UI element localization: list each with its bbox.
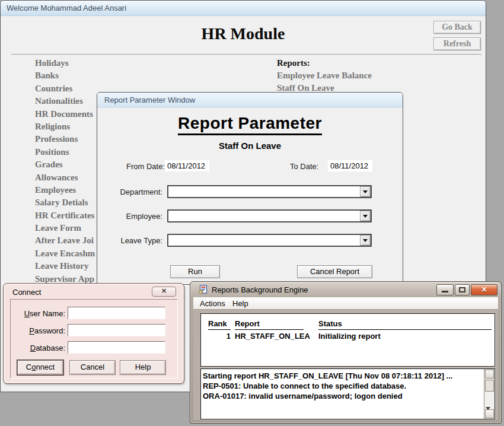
cancel-button[interactable]: Cancel	[69, 360, 116, 375]
connect-button[interactable]: Connect	[17, 360, 63, 375]
log-line: Starting report HR_STAFF_ON_LEAVE [Thu N…	[203, 371, 481, 381]
chevron-down-icon	[363, 190, 368, 193]
cancel-report-button[interactable]: Cancel Report	[297, 265, 372, 278]
from-date-label: From Date:	[126, 162, 165, 171]
report-parameter-window-title: Report Parameter Window	[104, 96, 195, 104]
sidebar-item-banks[interactable]: Banks	[35, 69, 130, 82]
sidebar-item-holidays[interactable]: Holidays	[35, 57, 130, 69]
password-field[interactable]	[68, 324, 165, 336]
page-title: HR Module	[1, 24, 486, 43]
connect-close-button[interactable]: ✕	[152, 287, 176, 297]
password-label: Password:	[11, 326, 65, 335]
close-icon: ✕	[161, 287, 167, 294]
report-link-employee-leave-balance[interactable]: Employee Leave Balance	[277, 69, 372, 82]
column-header-status: Status	[318, 319, 492, 330]
go-back-button[interactable]: Go Back	[433, 21, 481, 34]
job-row-rank[interactable]: 1	[208, 332, 231, 341]
reports-background-engine-window: Reports Background Engine ✕ Actions Help…	[190, 281, 502, 424]
report-parameter-subheading: Staff On Leave	[97, 141, 403, 151]
employee-value[interactable]	[168, 211, 359, 221]
employee-dropdown-button[interactable]	[360, 211, 371, 221]
leave-type-value[interactable]	[168, 235, 359, 246]
report-parameter-window: Report Parameter Window Report Parameter…	[97, 92, 403, 285]
connect-dialog-title: Connect	[12, 288, 41, 297]
user-name-label: User Name:	[11, 309, 65, 318]
report-parameter-heading: Report Parameter	[97, 114, 403, 135]
department-combobox[interactable]	[167, 185, 372, 198]
jobs-table-panel: Rank Report Status 1 HR_STAFF_ON_LEA Ini…	[200, 313, 495, 367]
engine-menubar: Actions Help	[193, 297, 498, 310]
reports-heading: Reports:	[277, 57, 372, 69]
database-label: Database:	[11, 344, 65, 352]
menu-help[interactable]: Help	[232, 299, 248, 308]
log-line: REP-0501: Unable to connect to the speci…	[203, 381, 481, 391]
scrollbar-thumb[interactable]	[485, 380, 494, 392]
connect-dialog: Connect ✕ User Name: Password: Database:…	[3, 283, 184, 384]
maximize-icon	[459, 287, 465, 293]
minimize-icon	[442, 291, 448, 293]
header-separator	[11, 54, 481, 55]
minimize-button[interactable]	[436, 284, 454, 295]
engine-titlebar[interactable]: Reports Background Engine	[198, 285, 308, 294]
run-button[interactable]: Run	[170, 265, 220, 278]
column-header-report: Report	[235, 319, 304, 330]
scroll-up-button[interactable]	[485, 370, 494, 379]
maximize-button[interactable]	[455, 284, 470, 295]
employee-label: Employee:	[97, 212, 162, 221]
chevron-down-icon	[363, 215, 368, 218]
department-dropdown-button[interactable]	[360, 186, 371, 197]
to-date-field[interactable]	[328, 160, 372, 171]
database-field[interactable]	[68, 341, 165, 354]
main-window-title: Welcome Mohammad Adeel Ansari	[7, 4, 126, 12]
log-panel: Starting report HR_STAFF_ON_LEAVE [Thu N…	[200, 368, 495, 419]
log-scrollbar[interactable]	[484, 369, 495, 419]
engine-window-title: Reports Background Engine	[212, 285, 308, 294]
to-date-label: To Date:	[290, 162, 318, 171]
from-date-field[interactable]	[165, 160, 209, 171]
leave-type-combobox[interactable]	[167, 234, 372, 247]
chevron-down-icon	[363, 239, 368, 242]
menu-actions[interactable]: Actions	[200, 299, 225, 308]
report-parameter-titlebar[interactable]: Report Parameter Window	[97, 93, 403, 107]
leave-type-label: Leave Type:	[97, 236, 162, 245]
column-header-rank: Rank	[208, 319, 231, 330]
reports-engine-icon	[198, 285, 208, 294]
department-value[interactable]	[168, 186, 359, 197]
reports-panel: Reports: Employee Leave Balance Staff On…	[277, 57, 372, 94]
close-button[interactable]: ✕	[471, 284, 497, 295]
refresh-button[interactable]: Refresh	[433, 37, 481, 50]
close-icon: ✕	[481, 285, 487, 294]
employee-combobox[interactable]	[167, 209, 372, 222]
leave-type-dropdown-button[interactable]	[360, 235, 371, 246]
job-row-report[interactable]: HR_STAFF_ON_LEA	[235, 332, 314, 341]
user-name-field[interactable]	[68, 307, 165, 319]
log-lines: Starting report HR_STAFF_ON_LEAVE [Thu N…	[203, 371, 481, 418]
job-row-status[interactable]: Initializing report	[318, 332, 381, 341]
help-button[interactable]: Help	[120, 360, 166, 375]
main-window-titlebar[interactable]: Welcome Mohammad Adeel Ansari	[1, 1, 486, 16]
scroll-down-button[interactable]	[485, 409, 494, 418]
engine-client-area: Actions Help Rank Report Status 1 HR_STA…	[193, 297, 498, 420]
arrow-down-icon	[486, 407, 490, 420]
connect-fields-panel: User Name: Password: Database: Connect C…	[10, 299, 178, 379]
department-label: Department:	[97, 187, 162, 196]
log-line: ORA-01017: invalid username/password; lo…	[203, 391, 481, 401]
